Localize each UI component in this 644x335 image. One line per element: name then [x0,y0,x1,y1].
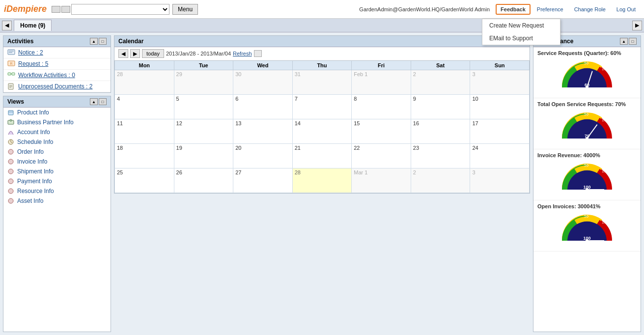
cal-cell[interactable]: 2 [411,70,470,95]
cal-cell[interactable]: 24 [470,144,530,168]
cal-cell[interactable]: 21 [292,144,352,168]
center-panel: Calendar ▲ □ ◀ ▶ today 2013/Jan/28 - 201… [114,35,530,332]
app-logo: iDempiere [4,4,47,14]
cal-cell[interactable]: 28 [292,168,352,193]
views-expand-btn[interactable]: □ [99,98,107,105]
view-item-resource[interactable]: Resource Info [3,186,111,196]
view-item-asset[interactable]: Asset Info [3,196,111,206]
cal-cell[interactable]: 26 [174,168,233,193]
activity-documents[interactable]: Unprocessed Documents : 2 [3,81,111,92]
cal-cell[interactable]: 10 [470,95,530,119]
nav-arrow-right[interactable]: ▶ [632,21,642,30]
cal-cell[interactable]: 19 [174,144,233,168]
cal-cell[interactable]: 14 [292,119,352,144]
cal-cell[interactable]: 15 [352,119,411,144]
views-collapse-btn[interactable]: ▲ [90,98,98,105]
cal-cell[interactable]: 7 [292,95,352,119]
activity-workflow-label[interactable]: Workflow Activities : 0 [18,72,75,79]
home-tab[interactable]: Home (9) [14,20,52,31]
svg-text:0: 0 [576,141,578,145]
view-item-schedule[interactable]: Schedule Info [3,137,111,147]
activities-header-btns: ▲ □ [90,38,107,45]
nav-arrow-left[interactable]: ◀ [2,21,12,30]
cal-cell[interactable]: 29 [174,70,233,95]
cal-cell[interactable]: 6 [233,95,293,119]
views-title: Views [7,98,24,105]
gauge-svg: 0 50 100 150 100 50 0 [558,211,616,248]
activity-notice-label[interactable]: Notice : 2 [18,49,43,56]
create-new-request-item[interactable]: Create New Request [482,19,560,32]
gauge-svg: 0 50 100 150 60 50 0 [558,58,616,95]
cal-next-btn[interactable]: ▶ [130,49,140,58]
perf-expand-btn[interactable]: □ [629,38,637,45]
activity-request-label[interactable]: Request : 5 [18,60,48,67]
cal-today-btn[interactable]: today [142,49,164,58]
cal-cell[interactable]: 4 [115,95,174,119]
svg-text:50: 50 [595,139,599,142]
cal-cell[interactable]: 25 [115,168,174,193]
cal-cell[interactable]: 3 [470,70,530,95]
view-item-payment[interactable]: Payment Info [3,176,111,186]
cal-cell[interactable]: 18 [115,144,174,168]
cal-prev-btn[interactable]: ◀ [118,49,128,58]
svg-point-23 [8,189,13,194]
asset-icon [7,197,14,204]
cal-cell[interactable]: 20 [233,144,293,168]
view-item-invoice[interactable]: Invoice Info [3,157,111,167]
shipment-icon [7,168,14,175]
change-role-button[interactable]: Change Role [570,4,610,14]
window-selector[interactable] [71,4,169,15]
svg-point-42 [586,137,588,140]
cal-cell[interactable]: 17 [470,119,530,144]
cal-cell[interactable]: 16 [411,119,470,144]
cal-cell[interactable]: 23 [411,144,470,168]
gauges-container: Service Requests (Quarter): 60% 0 50 1 [533,47,641,251]
svg-point-22 [8,179,13,184]
view-item-account[interactable]: Account Info [3,127,111,137]
menu-button[interactable]: Menu [172,4,198,15]
cal-cell[interactable]: 28 [115,70,174,95]
cal-cell[interactable]: 5 [174,95,233,119]
activities-collapse-btn[interactable]: ▲ [90,38,98,45]
cal-cell[interactable]: 27 [233,168,293,193]
activity-notice[interactable]: Notice : 2 [3,47,111,58]
activity-documents-label[interactable]: Unprocessed Documents : 2 [18,83,92,90]
svg-point-20 [8,159,13,164]
preference-button[interactable]: Preference [532,4,568,14]
view-item-partner[interactable]: Business Partner Info [3,117,111,127]
cal-day-header-thu: Thu [292,61,352,70]
activities-panel: Activities ▲ □ Notice : 2 [3,35,111,93]
activity-request[interactable]: R Request : 5 [3,58,111,70]
cal-cell[interactable]: 8 [352,95,411,119]
activity-workflow[interactable]: Workflow Activities : 0 [3,70,111,81]
cal-cell[interactable]: Mar 1 [352,168,411,193]
cal-refresh[interactable]: Refresh [233,51,252,56]
cal-cell[interactable]: 12 [174,119,233,144]
view-label-schedule: Schedule Info [17,139,53,145]
resource-icon [7,188,14,195]
cal-grid-icon[interactable] [254,50,262,57]
feedback-button[interactable]: Feedback [496,4,531,15]
cal-cell[interactable]: 2 [411,168,470,193]
view-item-box[interactable]: Product Info [3,108,111,117]
cal-cell[interactable]: 22 [352,144,411,168]
view-item-order[interactable]: Order Info [3,147,111,157]
gauge-svg: 0 50 100 150 70 50 0 [558,109,616,146]
view-item-shipment[interactable]: Shipment Info [3,167,111,176]
cal-cell[interactable]: 11 [115,119,174,144]
email-to-support-item[interactable]: EMail to Support [482,32,560,45]
svg-point-21 [8,169,13,174]
gauge-title: Open Invoices: 300041% [537,203,637,209]
svg-text:50: 50 [595,241,599,244]
cal-cell[interactable]: 30 [233,70,293,95]
perf-collapse-btn[interactable]: ▲ [620,38,628,45]
cal-cell[interactable]: 3 [470,168,530,193]
cal-cell[interactable]: Feb 1 [352,70,411,95]
win-btn-2[interactable] [61,6,70,13]
logout-button[interactable]: Log Out [612,4,640,14]
cal-cell[interactable]: 31 [292,70,352,95]
activities-expand-btn[interactable]: □ [99,38,107,45]
cal-cell[interactable]: 13 [233,119,293,144]
win-btn-1[interactable] [52,6,60,13]
cal-cell[interactable]: 9 [411,95,470,119]
